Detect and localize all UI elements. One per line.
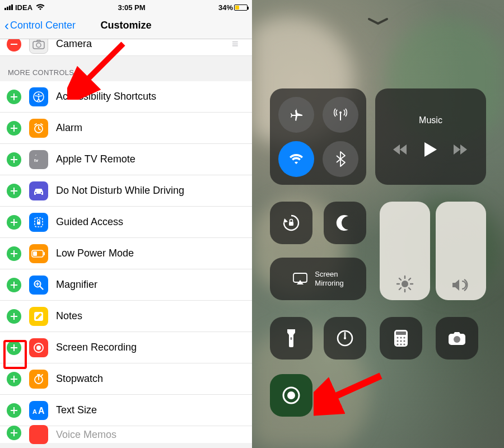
row-label: Camera: [56, 38, 224, 50]
music-label: Music: [419, 115, 442, 125]
alarm-icon: [29, 119, 48, 138]
brightness-icon: [395, 274, 414, 293]
svg-point-6: [35, 192, 36, 193]
car-icon: [29, 181, 48, 200]
camera-button[interactable]: [436, 317, 478, 360]
prev-track-button[interactable]: [392, 143, 409, 156]
connectivity-tile[interactable]: [270, 88, 366, 185]
timer-icon: [335, 329, 354, 348]
add-button[interactable]: [7, 309, 21, 324]
grabber-icon[interactable]: [367, 17, 389, 26]
volume-slider[interactable]: [436, 202, 486, 300]
orientation-lock-toggle[interactable]: [270, 202, 312, 244]
more-control-row[interactable]: Magnifier: [0, 269, 252, 301]
svg-point-30: [396, 337, 398, 338]
add-button[interactable]: [7, 340, 21, 355]
status-bar: IDEA 3:05 PM 34%: [0, 0, 252, 12]
svg-point-36: [396, 343, 398, 345]
svg-point-3: [38, 93, 39, 95]
wifi-icon: [288, 153, 304, 165]
add-button[interactable]: [7, 90, 21, 104]
svg-point-32: [403, 337, 405, 338]
calculator-button[interactable]: [380, 317, 422, 360]
add-button[interactable]: [7, 184, 21, 198]
row-label: Guided Access: [56, 216, 245, 228]
row-label: Text Size: [56, 404, 245, 416]
svg-rect-25: [291, 337, 292, 340]
add-button[interactable]: [7, 215, 21, 230]
add-button[interactable]: [7, 278, 21, 292]
more-control-row-screen-recording[interactable]: Screen Recording: [0, 332, 252, 363]
svg-point-23: [402, 281, 408, 287]
more-controls-list: Accessibility Shortcuts Alarm tv Apple T…: [0, 81, 252, 426]
more-control-row[interactable]: AA Text Size: [0, 395, 252, 426]
add-button[interactable]: [7, 152, 21, 167]
wifi-icon: [36, 4, 45, 11]
flashlight-icon: [285, 328, 297, 348]
mirror-label: Screen Mirroring: [315, 270, 343, 287]
svg-point-42: [287, 391, 295, 399]
svg-point-21: [339, 111, 342, 114]
cell-signal-icon: [4, 4, 13, 10]
play-button[interactable]: [423, 141, 438, 158]
more-control-row[interactable]: Notes: [0, 301, 252, 332]
timer-button[interactable]: [324, 317, 366, 360]
row-label: Alarm: [56, 122, 245, 134]
back-button[interactable]: ‹ Control Center: [4, 19, 76, 32]
row-label: Notes: [56, 310, 245, 322]
chevron-left-icon: ‹: [4, 19, 9, 32]
textsize-icon: AA: [29, 401, 48, 420]
more-control-row[interactable]: Alarm: [0, 113, 252, 144]
svg-rect-29: [396, 332, 406, 335]
antenna-icon: [332, 106, 349, 123]
row-label: Voice Memos: [56, 429, 245, 441]
forward-icon: [452, 143, 469, 156]
bluetooth-icon: [335, 151, 346, 167]
more-control-row[interactable]: Guided Access: [0, 207, 252, 238]
add-button[interactable]: [7, 246, 21, 261]
music-tile[interactable]: Music: [375, 88, 486, 185]
svg-text:A: A: [38, 406, 45, 416]
svg-point-40: [454, 336, 460, 343]
row-label: Accessibility Shortcuts: [56, 91, 245, 102]
brightness-slider[interactable]: [380, 202, 430, 300]
svg-point-35: [403, 340, 405, 342]
row-label: Do Not Disturb While Driving: [56, 185, 245, 197]
row-label: Magnifier: [56, 279, 245, 291]
svg-point-33: [396, 340, 398, 342]
svg-point-1: [36, 43, 41, 47]
back-label: Control Center: [10, 20, 76, 31]
more-control-row[interactable]: Accessibility Shortcuts: [0, 81, 252, 113]
svg-rect-22: [289, 222, 293, 226]
add-button[interactable]: [7, 121, 21, 136]
accessibility-icon: [29, 87, 48, 106]
row-label: Low Power Mode: [56, 248, 245, 259]
more-control-row[interactable]: Do Not Disturb While Driving: [0, 175, 252, 207]
next-track-button[interactable]: [452, 143, 469, 156]
drag-handle-icon[interactable]: ≡: [232, 38, 245, 50]
control-center-pane: Music: [252, 0, 504, 448]
add-button[interactable]: [7, 403, 21, 418]
more-control-row[interactable]: Low Power Mode: [0, 238, 252, 269]
row-label: Stopwatch: [56, 373, 245, 385]
svg-point-16: [36, 346, 41, 350]
notes-icon: [29, 307, 48, 326]
page-title: Customize: [100, 20, 151, 31]
svg-point-34: [400, 340, 402, 342]
airplane-toggle[interactable]: [278, 97, 314, 133]
volume-icon: [451, 277, 471, 293]
dnd-toggle[interactable]: [324, 202, 366, 244]
screen-mirroring-button[interactable]: Screen Mirroring: [270, 258, 366, 300]
more-control-row[interactable]: tv Apple TV Remote: [0, 144, 252, 175]
wifi-toggle[interactable]: [278, 141, 314, 177]
add-button[interactable]: [7, 372, 21, 386]
add-button[interactable]: [7, 426, 21, 440]
flashlight-button[interactable]: [270, 317, 312, 360]
svg-rect-11: [44, 252, 45, 255]
cellular-toggle[interactable]: [323, 97, 358, 133]
more-control-row[interactable]: Stopwatch: [0, 363, 252, 395]
screen-recording-button[interactable]: [270, 374, 312, 417]
more-control-row-cutoff[interactable]: Voice Memos: [0, 426, 252, 443]
bluetooth-toggle[interactable]: [323, 141, 358, 177]
settings-customize-pane: IDEA 3:05 PM 34% ‹ Control Center Custom…: [0, 0, 252, 448]
